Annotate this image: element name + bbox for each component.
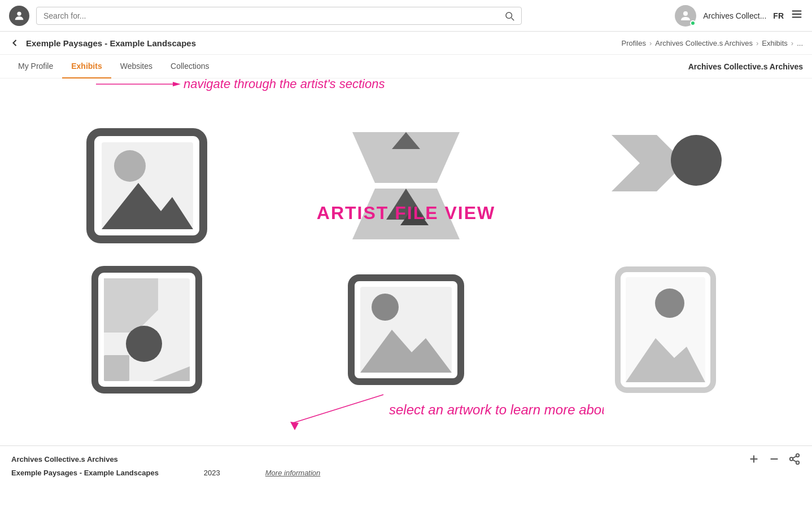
svg-point-0 <box>17 11 21 15</box>
svg-rect-26 <box>104 355 129 381</box>
tab-websites[interactable]: Websites <box>111 55 161 78</box>
language-button[interactable]: FR <box>773 11 784 20</box>
breadcrumb-nav: Profiles › Archives Collective.s Archive… <box>622 39 803 47</box>
zoom-out-icon <box>768 453 780 465</box>
gallery-area: ARTIST FILE VIEW <box>0 78 812 429</box>
search-input[interactable] <box>43 11 504 20</box>
artwork-image-3 <box>606 129 724 242</box>
artwork-image-4 <box>90 265 203 395</box>
artwork-cell-3[interactable] <box>553 124 778 248</box>
footer-top: Archives Collective.s Archives <box>11 453 801 465</box>
zoom-out-button[interactable] <box>768 453 780 465</box>
artwork-image-5 <box>347 273 465 386</box>
svg-line-2 <box>512 18 514 20</box>
back-icon <box>9 37 20 49</box>
breadcrumb-sep-2: › <box>756 39 758 47</box>
svg-point-1 <box>506 12 512 19</box>
header: Archives Collect... FR <box>0 0 812 32</box>
header-right: Archives Collect... FR <box>675 5 803 27</box>
artwork-cell-1[interactable] <box>34 124 259 248</box>
svg-point-43 <box>796 461 800 465</box>
tabs-section: My Profile Exhibits Websites Collections… <box>0 55 812 78</box>
svg-point-41 <box>796 454 800 457</box>
search-icon <box>504 11 514 21</box>
online-indicator <box>690 20 696 26</box>
owner-label: Archives Collective.s Archives <box>688 62 803 71</box>
breadcrumb-archives[interactable]: Archives Collective.s Archives <box>655 39 753 47</box>
footer-bar: Archives Collective.s Archives <box>0 445 812 484</box>
svg-line-45 <box>793 456 796 458</box>
artwork-image-6 <box>613 265 718 395</box>
page-wrapper: Archives Collect... FR Exemple Paysages … <box>0 0 812 484</box>
user-name: Archives Collect... <box>703 11 766 20</box>
artwork-image-2 <box>347 132 465 239</box>
back-button[interactable] <box>9 37 20 49</box>
zoom-in-icon <box>748 453 760 465</box>
artwork-cell-2[interactable] <box>293 124 518 248</box>
footer-more-info[interactable]: More information <box>265 469 321 477</box>
artwork-cell-4[interactable] <box>34 265 259 395</box>
footer-exhibit-title: Exemple Paysages - Example Landscapes <box>11 469 159 477</box>
app-logo <box>9 6 29 26</box>
breadcrumb-sep-1: › <box>649 39 652 47</box>
menu-button[interactable] <box>791 8 803 23</box>
svg-line-44 <box>793 460 796 462</box>
artwork-cell-6[interactable] <box>553 265 778 395</box>
search-bar <box>36 7 522 25</box>
tab-my-profile[interactable]: My Profile <box>9 55 62 78</box>
svg-point-3 <box>683 11 688 16</box>
hamburger-icon <box>791 8 803 20</box>
share-button[interactable] <box>788 453 801 465</box>
footer-actions <box>748 453 801 465</box>
search-button[interactable] <box>504 11 514 21</box>
svg-point-33 <box>655 288 684 318</box>
svg-point-24 <box>126 326 162 362</box>
svg-marker-36 <box>290 422 299 430</box>
tab-exhibits[interactable]: Exhibits <box>62 55 111 78</box>
tab-collections[interactable]: Collections <box>161 55 218 78</box>
svg-point-20 <box>671 135 722 186</box>
svg-point-12 <box>114 150 146 182</box>
nav-tabs: My Profile Exhibits Websites Collections… <box>0 55 812 78</box>
breadcrumb-profiles[interactable]: Profiles <box>622 39 646 47</box>
share-icon <box>788 453 801 465</box>
user-avatar <box>675 5 696 27</box>
breadcrumb-sep-3: › <box>791 39 793 47</box>
breadcrumb-ellipsis[interactable]: ... <box>797 39 803 47</box>
breadcrumb-exhibits[interactable]: Exhibits <box>762 39 788 47</box>
artwork-grid <box>34 90 778 417</box>
artwork-image-1 <box>85 126 209 245</box>
footer-owner: Archives Collective.s Archives <box>11 455 118 464</box>
svg-point-29 <box>372 294 399 321</box>
svg-point-42 <box>790 457 793 461</box>
footer-year: 2023 <box>204 469 220 477</box>
footer-info: Exemple Paysages - Example Landscapes 20… <box>11 465 801 477</box>
breadcrumb-bar: Exemple Paysages - Example Landscapes Pr… <box>0 32 812 55</box>
breadcrumb-title: Exemple Paysages - Example Landscapes <box>26 38 196 48</box>
artwork-cell-5[interactable] <box>293 265 518 395</box>
zoom-in-button[interactable] <box>748 453 760 465</box>
